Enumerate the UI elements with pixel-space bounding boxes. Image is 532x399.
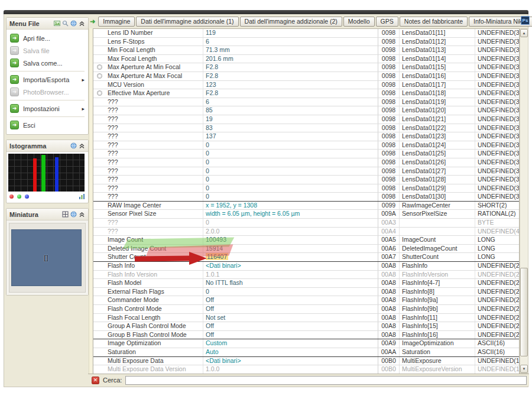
- table-row[interactable]: Image OptimizationCustom00A9ImageOptimiz…: [93, 339, 519, 348]
- field-value-text: 6: [206, 38, 209, 45]
- table-row[interactable]: ???00098LensData01[29]UNDEFINED(31): [93, 184, 519, 193]
- collapse-icon[interactable]: [79, 142, 85, 149]
- field-value-cell: 0: [203, 167, 378, 176]
- menu-item-salva-come[interactable]: ➜Salva come...: [7, 57, 88, 69]
- globe-icon[interactable]: [70, 211, 77, 218]
- tag-type-cell: UNDEFINED(31): [475, 38, 519, 46]
- scroll-up-button[interactable]: ▲: [520, 29, 528, 37]
- tag-type-cell: UNDEFINED(20): [475, 288, 519, 296]
- menu-item-impostazioni[interactable]: ➜Impostazioni▸: [7, 102, 88, 115]
- scrollbar-thumb[interactable]: [520, 268, 528, 356]
- table-row[interactable]: Min Focal Length71.3 mm0098LensData01[13…: [93, 46, 519, 55]
- table-row[interactable]: RAW Image Centerx = 1952, y = 13080099Ra…: [93, 202, 519, 210]
- field-name-cell: Group B Flash Control Mode: [105, 331, 203, 339]
- table-row[interactable]: Lens ID Number1190098LensData01[11]UNDEF…: [93, 29, 519, 38]
- tag-name-cell: FlashInfo[8]: [400, 288, 475, 296]
- row-icon-gutter: [93, 253, 105, 261]
- green-channel-toggle[interactable]: [17, 194, 21, 199]
- grid-icon[interactable]: [62, 211, 69, 218]
- image-icon[interactable]: [54, 20, 60, 27]
- menu-item-esci[interactable]: ➜Esci: [7, 119, 88, 131]
- table-row[interactable]: ???00098LensData01[24]UNDEFINED(31): [93, 141, 519, 150]
- table-row[interactable]: Image Count10049300A5ImageCountLONG: [93, 236, 519, 245]
- tag-hex-cell: 0098: [378, 167, 400, 176]
- menu-item-importa-esporta[interactable]: ➜Importa/Esporta▸: [7, 73, 88, 86]
- tab-gps[interactable]: GPS: [376, 17, 398, 27]
- field-value-text: 0: [206, 176, 209, 183]
- table-row[interactable]: Max Aperture At Max FocalF2.80098LensDat…: [93, 72, 519, 81]
- table-row[interactable]: SaturationAuto00AASaturationASCII(16): [93, 348, 519, 357]
- menu-item-apri-file[interactable]: ➜Apri file...: [7, 32, 88, 44]
- table-row[interactable]: ???00098LensData01[30]UNDEFINED(31): [93, 193, 519, 202]
- table-row[interactable]: Sensor Pixel Sizewidth = 6.05 µm, height…: [93, 210, 519, 219]
- table-row[interactable]: ???2.0.000A4UNDEFINED(4): [93, 228, 519, 236]
- histogram-export-icon[interactable]: [79, 193, 85, 200]
- collapse-icon[interactable]: [79, 211, 85, 218]
- table-row[interactable]: Group B Flash Control ModeOff00A8FlashIn…: [93, 331, 519, 340]
- table-row[interactable]: ???00098LensData01[25]UNDEFINED(31): [93, 150, 519, 158]
- table-row[interactable]: External Flash Flags000A8FlashInfo[8]UND…: [93, 288, 519, 297]
- tag-name-cell: LensData01[23]: [400, 132, 475, 141]
- field-value-text: F2.8: [206, 63, 218, 70]
- table-row[interactable]: Max Focal Length201.6 mm0098LensData01[1…: [93, 55, 519, 64]
- row-icon-gutter: [93, 322, 105, 330]
- table-row[interactable]: Flash Control ModeOff00A8FlashInfo[9b]UN…: [93, 305, 519, 314]
- tag-type-cell: UNDEFINED(31): [475, 158, 519, 167]
- tag-hex-cell: 00A8: [378, 296, 400, 304]
- field-value-text: Off: [206, 322, 214, 329]
- tab-dati-dell-immagine-addizionale-1[interactable]: Dati dell'immagine addizionale (1): [136, 17, 238, 27]
- close-search-button[interactable]: ✕: [92, 377, 99, 384]
- tag-type-cell: UNDEFINED(31): [475, 55, 519, 63]
- tab-dati-dell-immagine-addizionale-2[interactable]: Dati dell'immagine addizionale (2): [240, 17, 342, 27]
- field-value-cell: 137: [203, 132, 378, 141]
- table-row[interactable]: Flash Info<Dati binari>00A8FlashInfoUNDE…: [93, 262, 519, 271]
- globe-icon[interactable]: [70, 142, 77, 149]
- tag-name-cell: LensData01[13]: [400, 46, 475, 54]
- green-arrow-icon: ➜: [10, 104, 19, 113]
- table-row[interactable]: Multi Exposure Data<Dati binari>00B0Mult…: [93, 357, 519, 366]
- table-row[interactable]: Flash Info Version1.0.100A8FlashInfoVers…: [93, 271, 519, 280]
- vertical-scrollbar[interactable]: ▲ ▼: [520, 28, 528, 374]
- tag-hex-cell: 00A5: [378, 236, 400, 244]
- table-row[interactable]: ???1370098LensData01[23]UNDEFINED(31): [93, 132, 519, 141]
- tab-immagine[interactable]: Immagine: [98, 17, 135, 27]
- table-row[interactable]: Multi Exposure Data Version1.0.000B0Mult…: [93, 365, 519, 374]
- magnifier-icon[interactable]: [62, 20, 69, 27]
- field-value-cell: 0: [203, 176, 378, 184]
- red-channel-toggle[interactable]: [9, 194, 14, 199]
- table-row[interactable]: Group A Flash Control ModeOff00A8FlashIn…: [93, 322, 519, 331]
- tag-hex-cell: 00B0: [378, 357, 400, 365]
- tag-name-cell: LensData01[14]: [400, 55, 475, 63]
- thumbnail-image[interactable]: []: [11, 229, 82, 286]
- table-row[interactable]: ???00098LensData01[28]UNDEFINED(31): [93, 176, 519, 184]
- blue-channel-toggle[interactable]: [25, 194, 29, 199]
- table-row[interactable]: ???000A3BYTE: [93, 219, 519, 228]
- field-name-cell: Multi Exposure Data Version: [105, 365, 203, 374]
- table-row[interactable]: ???190098LensData01[21]UNDEFINED(31): [93, 115, 519, 124]
- field-value-cell: 19: [203, 115, 378, 124]
- table-row[interactable]: Flash ModelNo ITTL flash00A8FlashInfo[4-…: [93, 279, 519, 288]
- photoshop-badge-icon[interactable]: Ps: [521, 16, 530, 25]
- tag-type-cell: UNDEFINED(31): [475, 29, 519, 37]
- tab-scroll-arrow-icon[interactable]: ➜: [90, 18, 95, 25]
- table-row[interactable]: ???00098LensData01[27]UNDEFINED(31): [93, 167, 519, 176]
- table-row[interactable]: Effective Max ApertureF2.80098LensData01…: [93, 89, 519, 98]
- search-input[interactable]: [125, 376, 527, 385]
- table-row[interactable]: ???00098LensData01[26]UNDEFINED(31): [93, 158, 519, 167]
- tag-name-cell: LensData01[28]: [400, 176, 475, 184]
- table-row[interactable]: Max Aperture At Min FocalF2.80098LensDat…: [93, 63, 519, 72]
- scroll-down-button[interactable]: ▼: [520, 365, 528, 373]
- tab-modello[interactable]: Modello: [343, 17, 375, 27]
- table-row[interactable]: Shutter Count11640700A7ShutterCountLONG: [93, 253, 519, 262]
- table-row[interactable]: ???830098LensData01[22]UNDEFINED(31): [93, 124, 519, 133]
- table-row[interactable]: ???60098LensData01[19]UNDEFINED(31): [93, 98, 519, 107]
- table-row[interactable]: Commander ModeOff00A8FlashInfo[9a]UNDEFI…: [93, 296, 519, 305]
- table-row[interactable]: MCU Version1230098LensData01[17]UNDEFINE…: [93, 81, 519, 90]
- tab-notes-del-fabbricante[interactable]: Notes del fabbricante: [400, 17, 468, 27]
- table-row[interactable]: Deleted Image Count1591400A6DeletedImage…: [93, 245, 519, 254]
- globe-icon[interactable]: [70, 20, 77, 27]
- table-row[interactable]: ???850098LensData01[20]UNDEFINED(31): [93, 106, 519, 115]
- table-row[interactable]: Lens F-Stops60098LensData01[12]UNDEFINED…: [93, 38, 519, 47]
- table-row[interactable]: Flash Focal LengthNot set00A8FlashInfo[1…: [93, 314, 519, 323]
- collapse-icon[interactable]: [79, 20, 85, 27]
